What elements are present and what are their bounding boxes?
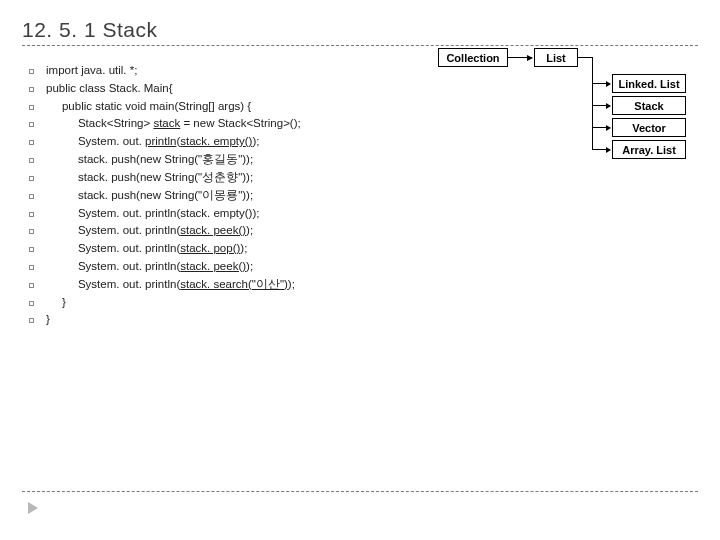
arrow-icon [592, 105, 610, 106]
code-line: System. out. println(stack. pop()); [22, 240, 698, 258]
connector-line [592, 57, 593, 150]
code-line: } [22, 311, 698, 329]
arrow-icon [508, 57, 532, 58]
page-title: 12. 5. 1 Stack [22, 18, 698, 46]
code-line: stack. push(new String("이몽룡")); [22, 187, 698, 205]
diagram-box-linkedlist: Linked. List [612, 74, 686, 93]
diagram-box-vector: Vector [612, 118, 686, 137]
divider [22, 491, 698, 492]
diagram-box-list: List [534, 48, 578, 67]
arrow-icon [592, 83, 610, 84]
content-area: import java. util. *; public class Stack… [22, 46, 698, 329]
code-line: } [22, 294, 698, 312]
code-line: System. out. println(stack. peek()); [22, 258, 698, 276]
connector-line [578, 57, 592, 58]
code-line: System. out. println(stack. peek()); [22, 222, 698, 240]
arrow-icon [592, 149, 610, 150]
code-line: System. out. println(stack. empty()); [22, 205, 698, 223]
arrow-icon [592, 127, 610, 128]
slide: 12. 5. 1 Stack import java. util. *; pub… [0, 0, 720, 540]
diagram-box-arraylist: Array. List [612, 140, 686, 159]
play-icon [28, 502, 38, 514]
diagram-box-stack: Stack [612, 96, 686, 115]
code-line: System. out. println(stack. search("이산")… [22, 276, 698, 294]
diagram-box-collection: Collection [438, 48, 508, 67]
class-diagram: Collection List Linked. List Stack Vecto… [414, 46, 704, 176]
